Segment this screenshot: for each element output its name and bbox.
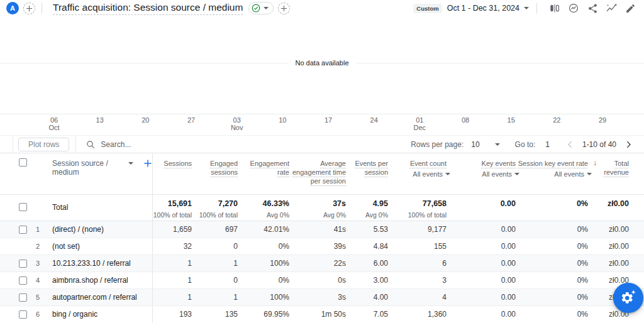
dimension-column-header[interactable]: Session source / medium — [31, 153, 153, 194]
row-metric-value: 0.00 — [447, 255, 516, 271]
dimension-header-label: Session source / medium — [52, 159, 118, 177]
row-checkbox[interactable] — [19, 226, 27, 234]
previous-page-icon[interactable] — [564, 138, 577, 151]
column-header-total-revenue[interactable]: ↓Total revenue — [588, 153, 629, 194]
axis-tick-label: 24 — [370, 116, 378, 124]
add-dimension-icon[interactable] — [143, 159, 152, 170]
total-value: 0.00 — [447, 199, 516, 209]
date-range-selector[interactable]: Oct 1 - Dec 31, 2024 — [447, 4, 519, 13]
axis-tick-label: 27 — [187, 116, 195, 124]
row-metric-value: 0% — [516, 306, 588, 323]
go-to-label: Go to: — [515, 140, 536, 149]
row-metric-value: 6 — [388, 255, 447, 271]
row-metric-value: 4.00 — [346, 289, 388, 305]
add-comparison-button[interactable] — [23, 3, 35, 14]
row-dimension: (direct) / (none) — [44, 221, 153, 238]
report-header: A Traffic acquisition: Session source / … — [0, 0, 644, 16]
column-header-events-per-session[interactable]: Events per session — [346, 153, 388, 194]
row-metric-value: 0% — [516, 289, 588, 305]
insights-sparkline-icon[interactable] — [604, 1, 619, 16]
check-circle-icon — [252, 4, 260, 13]
column-header-average-engagement-time-per-session[interactable]: Average engagement time per session — [289, 153, 346, 194]
column-event-filter[interactable]: All events — [482, 170, 519, 178]
row-rank: 1 — [31, 221, 44, 238]
totals-metric-cell: 0% — [516, 195, 588, 221]
row-rank: 2 — [31, 238, 44, 255]
account-avatar[interactable]: A — [6, 2, 19, 14]
row-dimension: aimbnra.shop / referral — [44, 272, 153, 288]
page-title[interactable]: Traffic acquisition: Session source / me… — [53, 2, 243, 15]
row-metric-value: 1 — [153, 272, 192, 288]
row-metric-value: 4 — [388, 289, 447, 305]
row-metric-value: 1 — [153, 255, 192, 271]
column-header-session-key-event-rate[interactable]: Session key event rateAll events — [516, 153, 588, 194]
row-metric-value: 697 — [192, 221, 238, 238]
totals-metric-cell: 0.00 — [447, 195, 516, 221]
axis-tick-label: 15 — [508, 116, 515, 124]
row-metric-value: 0% — [238, 272, 289, 288]
row-metric-value: 100% — [238, 289, 289, 305]
row-checkbox[interactable] — [19, 293, 27, 302]
total-value: 46.33% — [238, 199, 289, 209]
row-metric-value: 3.00 — [346, 272, 388, 288]
insights-icon[interactable] — [566, 1, 581, 16]
row-metric-value: 135 — [192, 306, 238, 323]
divider — [0, 63, 288, 63]
totals-metric-cell: 77,658100% of total — [388, 195, 447, 221]
column-header-engaged-sessions[interactable]: Engaged sessions — [192, 153, 238, 194]
totals-metric-cell: 46.33%Avg 0% — [238, 195, 289, 221]
row-dimension: 10.213.233.10 / referral — [44, 255, 153, 271]
row-metric-value: 22s — [289, 255, 346, 271]
row-metric-value: 0 — [192, 238, 238, 255]
column-header-label: Average engagement time per session — [289, 159, 346, 185]
column-header-event-count[interactable]: Event countAll events — [388, 153, 447, 194]
comparison-icon[interactable] — [547, 1, 562, 16]
chevron-down-icon — [264, 7, 269, 9]
column-event-filter[interactable]: All events — [554, 170, 592, 178]
totals-metric-cell: zł0.00 — [588, 195, 629, 221]
row-metric-value: 3s — [289, 289, 346, 305]
add-tab-button[interactable] — [278, 3, 290, 14]
row-metric-value: 0% — [516, 272, 588, 288]
search-input[interactable] — [101, 140, 226, 149]
row-metric-value: 1 — [153, 289, 192, 305]
row-metric-value: 100% — [238, 255, 289, 271]
totals-metric-cell: 7,270100% of total — [192, 195, 238, 221]
column-event-filter[interactable]: All events — [413, 170, 450, 178]
divider — [357, 63, 644, 63]
total-subvalue: 100% of total — [153, 211, 192, 219]
totals-checkbox[interactable] — [19, 203, 27, 211]
chart-empty-state: No data available — [0, 59, 644, 67]
column-header-sessions[interactable]: Sessions — [153, 153, 192, 194]
divider — [536, 3, 537, 14]
row-metric-value: 0 — [192, 272, 238, 288]
row-metric-value: zł0.00 — [588, 221, 629, 238]
chevron-down-icon[interactable] — [495, 143, 500, 146]
row-metric-value: 0.00 — [447, 306, 516, 323]
row-checkbox[interactable] — [19, 276, 27, 285]
gear-sparkle-icon — [619, 289, 637, 307]
row-metric-value: 32 — [153, 238, 192, 255]
go-to-page-input[interactable]: 1 — [545, 140, 550, 149]
report-status-chip[interactable] — [248, 2, 274, 14]
column-header-engagement-rate[interactable]: Engagement rate — [238, 153, 289, 194]
share-icon[interactable] — [585, 1, 600, 16]
row-checkbox[interactable] — [19, 310, 27, 319]
row-metric-value: 1,659 — [153, 221, 192, 238]
rows-per-page-select[interactable]: 10 — [471, 140, 479, 149]
x-axis-labels: 06Oct13202703Nov10172401Dec08152229 — [0, 116, 644, 134]
total-value: 0% — [516, 199, 588, 209]
row-metric-value: 41s — [289, 221, 346, 238]
edit-report-icon[interactable] — [623, 1, 638, 16]
ai-settings-fab[interactable] — [613, 283, 643, 313]
chevron-down-icon[interactable] — [128, 162, 133, 165]
plot-rows-button[interactable]: Plot rows — [18, 138, 69, 151]
row-checkbox[interactable] — [19, 260, 27, 268]
select-all-checkbox[interactable] — [19, 158, 27, 167]
total-value: 37s — [289, 199, 346, 209]
table-totals-row: Total 15,691100% of total7,270100% of to… — [0, 195, 644, 221]
row-metric-value: 193 — [153, 306, 192, 323]
column-header-key-events[interactable]: Key eventsAll events — [447, 153, 516, 194]
next-page-icon[interactable] — [621, 138, 635, 151]
analytics-report-page: A Traffic acquisition: Session source / … — [0, 0, 644, 323]
